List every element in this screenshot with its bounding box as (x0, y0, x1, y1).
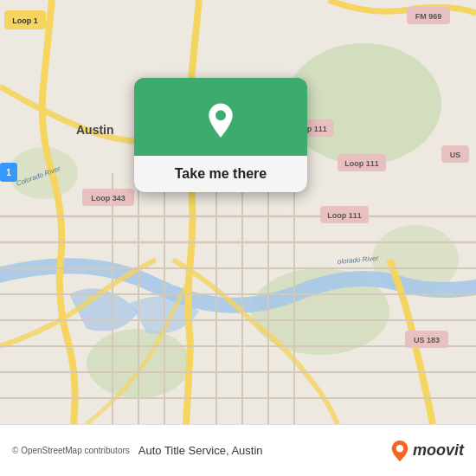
bottom-bar: © OpenStreetMap contributors Auto Title … (0, 424, 476, 476)
popup-card[interactable]: Take me there (134, 78, 307, 192)
location-pin-icon (202, 102, 240, 140)
svg-text:US: US (450, 151, 461, 159)
svg-point-42 (215, 110, 226, 120)
svg-text:US 183: US 183 (414, 336, 440, 344)
svg-point-43 (396, 445, 403, 452)
take-me-there-button[interactable]: Take me there (134, 156, 307, 192)
svg-text:Loop 111: Loop 111 (344, 159, 379, 168)
svg-text:FM 969: FM 969 (415, 12, 442, 21)
svg-text:Loop 1: Loop 1 (12, 16, 38, 25)
map-container: Loop 1 Loop 111 Loop 111 Loop 111 Loop 3… (0, 0, 476, 424)
svg-text:Austin: Austin (76, 123, 114, 137)
moovit-brand-text: moovit (413, 441, 464, 460)
map-attribution: © OpenStreetMap contributors (12, 446, 130, 455)
svg-text:Loop 343: Loop 343 (91, 194, 125, 203)
moovit-pin-icon (390, 440, 409, 462)
svg-point-1 (286, 43, 441, 164)
moovit-logo: moovit (390, 440, 464, 462)
svg-text:Loop 111: Loop 111 (327, 211, 362, 220)
popup-top (134, 78, 307, 156)
svg-text:1: 1 (6, 168, 11, 177)
map-background: Loop 1 Loop 111 Loop 111 Loop 111 Loop 3… (0, 0, 476, 424)
place-name: Auto Title Service, Austin (138, 444, 390, 457)
